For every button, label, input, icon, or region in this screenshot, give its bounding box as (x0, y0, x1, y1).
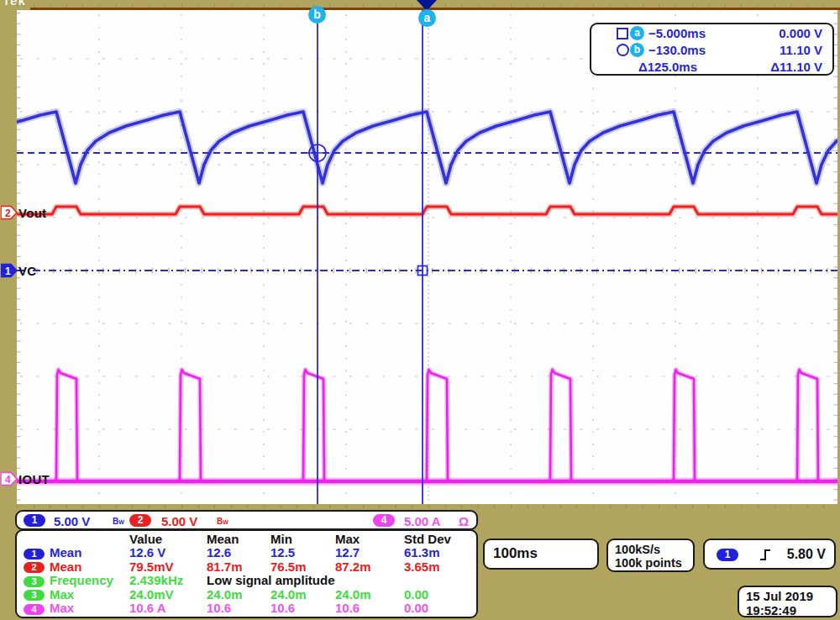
ch3-badge[interactable]: 3 (24, 590, 45, 601)
ch1-badge[interactable]: 1 (24, 549, 45, 560)
ch2-ground-marker[interactable]: 2 (1, 205, 18, 220)
measurement-min: 12.5 (270, 546, 335, 560)
ch1-scale[interactable]: 5.00 V (54, 514, 90, 528)
record-length: 100k points (615, 556, 693, 570)
measurement-header: Mean (207, 533, 270, 546)
waveform-display (17, 10, 837, 504)
ch4-ground-marker[interactable]: 4 (1, 471, 18, 486)
cursor-b-time: −130.0ms (648, 43, 758, 57)
svg-text:4: 4 (5, 474, 11, 486)
ch2-bandwidth-icon: BW (217, 517, 228, 526)
cursor-b-value: 11.10 V (758, 43, 832, 57)
ch4-badge[interactable]: 4 (373, 514, 395, 527)
tek-logo: Tek (3, 0, 53, 8)
timebase-box[interactable]: 100ms (483, 539, 599, 570)
measurement-corner (24, 533, 129, 546)
measurement-header: Min (270, 533, 335, 546)
measurement-value: 2.439kHz (129, 574, 207, 587)
cursor-a-square-icon (617, 28, 628, 39)
cursor-b-badge: b (630, 43, 644, 57)
rising-edge-icon (759, 548, 772, 562)
measurement-row-label: 1Mean (24, 546, 129, 560)
ch2-scale[interactable]: 5.00 V (161, 514, 197, 528)
cursor-delta-time: Δ125.0ms (638, 60, 758, 74)
ch4-label: IOUT (18, 472, 50, 486)
cursor-a-badge: a (630, 26, 644, 40)
cursor-delta-value: Δ11.10 V (758, 60, 832, 74)
cursor-b-bubble[interactable]: b (308, 6, 326, 24)
ch1-label: VC (18, 264, 36, 278)
ch4-scale[interactable]: 5.00 A (404, 514, 441, 528)
measurement-header: Std Dev (404, 533, 476, 546)
time-label: 19:52:49 (746, 603, 836, 617)
measurement-max: 24.0m (335, 588, 404, 602)
measurement-header: Value (129, 533, 207, 546)
measurement-min: 76.5m (270, 560, 335, 574)
ch1-badge[interactable]: 1 (24, 514, 45, 527)
measurement-row-label: 3Frequency (24, 574, 129, 587)
measurement-value: 24.0mV (129, 588, 207, 602)
measurement-row-label: 2Mean (24, 560, 129, 574)
svg-text:1: 1 (5, 265, 11, 277)
trigger-source-badge: 1 (717, 549, 738, 561)
measurement-min: 24.0m (270, 588, 335, 602)
ch4-badge[interactable]: 4 (24, 604, 45, 615)
measurement-min: 10.6 (270, 602, 335, 615)
acquisition-box[interactable]: 100kS/s 100k points (606, 539, 695, 572)
trigger-box[interactable]: 1 5.80 V (703, 539, 836, 570)
measurement-max: 12.7 (335, 546, 404, 560)
ch4-pulses (56, 370, 818, 480)
measurement-value: 12.6 V (129, 546, 207, 560)
measurement-mean: 24.0m (207, 588, 270, 602)
ch3-badge[interactable]: 3 (24, 576, 45, 587)
ch2-badge[interactable]: 2 (129, 514, 151, 527)
oscilloscope-screen: Tek 2 1 4 Vout VC IOUT (0, 0, 840, 620)
ch2-label: Vout (18, 206, 46, 220)
measurement-stddev: 0.00 (404, 602, 476, 615)
datetime-box: 15 Jul 2019 19:52:49 (738, 586, 837, 617)
svg-text:2: 2 (5, 208, 11, 219)
bottom-edge-ticks (17, 505, 837, 508)
sample-rate: 100kS/s (615, 543, 693, 556)
ch1-ground-marker[interactable]: 1 (1, 263, 18, 278)
timebase-scale: 100ms (493, 545, 538, 562)
cursor-a-value: 0.000 V (758, 26, 832, 40)
date-label: 15 Jul 2019 (746, 589, 836, 603)
trigger-level: 5.80 V (787, 547, 826, 562)
ch1-bandwidth-icon: BW (113, 517, 124, 526)
measurement-value: 10.6 A (129, 602, 207, 615)
measurement-header: Max (335, 533, 404, 546)
measurement-row-label: 3Max (24, 588, 129, 602)
cursor-b-circle-icon (617, 44, 629, 56)
measurement-max: 87.2m (335, 560, 404, 574)
cursor-a-time: −5.000ms (648, 26, 758, 40)
measurement-note: Low signal amplitude (207, 574, 476, 587)
measurement-stddev: 61.3m (404, 546, 476, 560)
ch4-pulses-glow (56, 370, 818, 480)
cursor-a-bubble[interactable]: a (418, 9, 436, 27)
measurement-max: 10.6 (335, 602, 404, 615)
measurement-row-label: 4Max (24, 602, 129, 615)
channel-scale-bar: 1 5.00 V BW 2 5.00 V BW 4 5.00 A Ω (15, 510, 478, 530)
measurement-stddev: 0.00 (404, 588, 476, 602)
ch2-badge[interactable]: 2 (24, 562, 45, 573)
measurement-stddev: 3.65m (404, 560, 476, 574)
measurement-value: 79.5mV (129, 560, 207, 574)
ch4-coupling[interactable]: Ω (459, 514, 469, 528)
measurement-table: ValueMeanMinMaxStd Dev1Mean12.6 V12.612.… (15, 529, 478, 618)
cursor-readout-box: a −5.000ms 0.000 V b −130.0ms 11.10 V Δ1… (590, 23, 834, 76)
measurement-mean: 81.7m (207, 560, 270, 574)
measurement-mean: 10.6 (207, 602, 270, 615)
measurement-mean: 12.6 (207, 546, 270, 560)
